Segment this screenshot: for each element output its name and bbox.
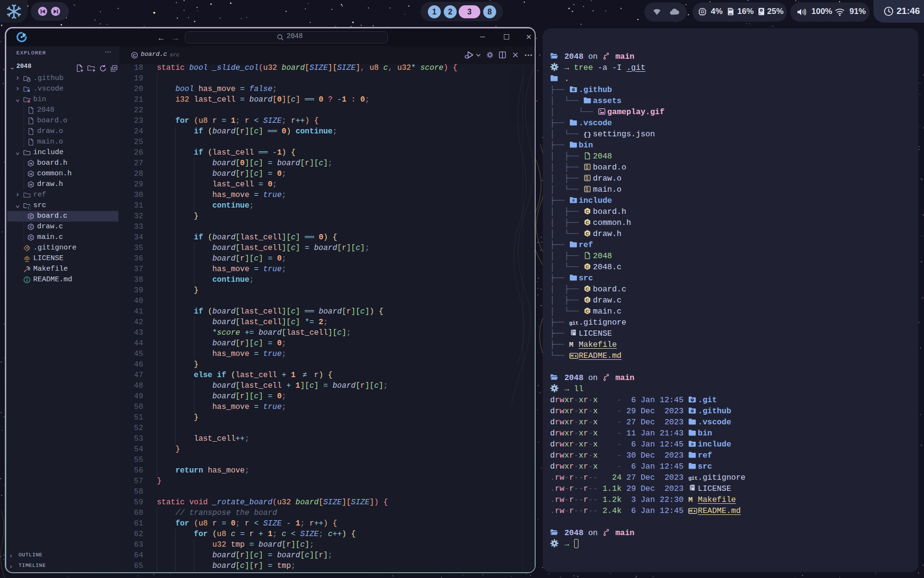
svg-text:C: C [586, 209, 589, 214]
svg-text:C: C [586, 231, 589, 236]
svg-text:10: 10 [586, 167, 589, 170]
svg-text:C: C [586, 297, 589, 302]
svg-text:C: C [586, 286, 589, 291]
svg-text:10: 10 [586, 178, 589, 181]
svg-text:10: 10 [586, 189, 589, 192]
svg-text:C: C [586, 264, 589, 269]
svg-text:C: C [586, 308, 589, 314]
svg-text:C: C [133, 53, 136, 58]
svg-text:C: C [586, 220, 589, 225]
